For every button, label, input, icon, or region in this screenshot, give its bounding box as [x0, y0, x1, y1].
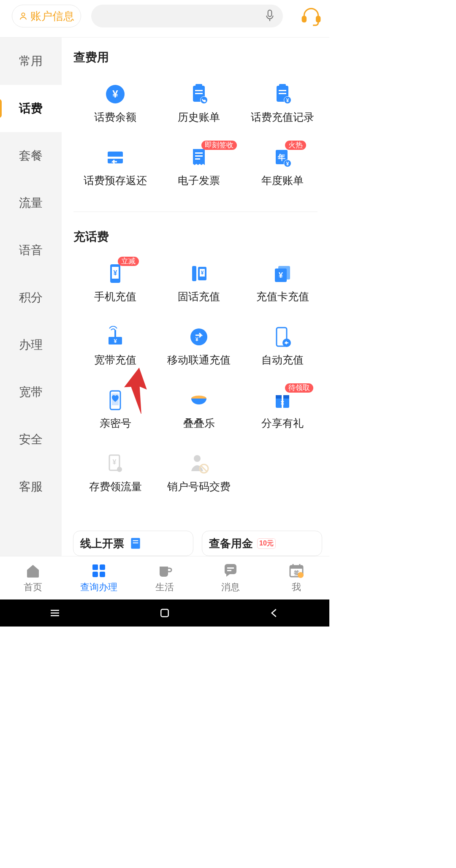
svg-text:¥: ¥ — [279, 271, 283, 279]
sidebar-item-1[interactable]: 话费 — [0, 85, 62, 132]
phone-heart-icon — [104, 389, 126, 411]
recents-button[interactable] — [49, 607, 61, 619]
grid-item[interactable]: ¥固话充值 — [157, 260, 241, 323]
svg-rect-9 — [195, 93, 203, 94]
grid-item[interactable]: 年¥火热年度账单 — [241, 144, 324, 207]
landline-icon: ¥ — [188, 263, 210, 285]
grid-item[interactable]: ¥充值卡充值 — [241, 260, 324, 323]
sidebar-item-6[interactable]: 办理 — [0, 321, 62, 369]
grid-item[interactable]: ¥话费充值记录 — [241, 81, 324, 144]
search-input[interactable] — [91, 5, 283, 27]
grid: ¥立减手机充值¥固话充值¥充值卡充值¥宽带充值¥移动联通充值自动充值亲密号叠叠乐… — [73, 260, 329, 513]
svg-rect-14 — [279, 90, 286, 91]
sidebar-item-8[interactable]: 安全 — [0, 416, 62, 463]
grid-item[interactable]: 话费预存返还 — [73, 144, 157, 207]
badge: 待领取 — [285, 383, 313, 393]
badge: 即刻签收 — [201, 141, 237, 150]
sidebar-item-3[interactable]: 流量 — [0, 179, 62, 227]
svg-text:¥: ¥ — [114, 269, 117, 277]
grid-item-label: 叠叠乐 — [183, 416, 215, 430]
svg-rect-59 — [133, 542, 138, 543]
promo-reserve[interactable]: 查备用金 10元 — [202, 531, 322, 556]
tab-cup[interactable]: 生活 — [132, 556, 198, 599]
svg-rect-2 — [302, 16, 306, 22]
sidebar-item-0[interactable]: 常用 — [0, 38, 62, 85]
grid-item[interactable]: 历史账单 — [157, 81, 241, 144]
tab-home[interactable]: 首页 — [0, 556, 66, 599]
mic-icon[interactable] — [264, 9, 275, 23]
badge: 立减 — [118, 257, 139, 266]
grid-item[interactable]: ¥存费领流量 — [73, 450, 157, 513]
tab-cal[interactable]: 签我 — [263, 556, 329, 599]
svg-rect-62 — [92, 572, 98, 577]
promo-invoice[interactable]: 线上开票 — [73, 531, 193, 556]
customer-service-icon[interactable] — [301, 5, 322, 26]
tab-bar: 首页查询办理生活消息签我 — [0, 556, 329, 599]
sidebar-item-2[interactable]: 套餐 — [0, 132, 62, 179]
home-button[interactable] — [158, 607, 171, 619]
receipt-icon: 即刻签收 — [188, 146, 210, 168]
sidebar-item-7[interactable]: 宽带 — [0, 369, 62, 416]
section-title: 充话费 — [73, 229, 329, 245]
svg-text:¥: ¥ — [113, 458, 117, 466]
grid-item[interactable]: 自动充值 — [241, 323, 324, 387]
tab-label: 查询办理 — [80, 581, 117, 594]
sidebar-item-4[interactable]: 语音 — [0, 227, 62, 274]
svg-text:¥: ¥ — [114, 338, 117, 344]
sidebar-item-9[interactable]: 客服 — [0, 463, 62, 510]
yen-water-icon: ¥ — [104, 453, 126, 475]
gift-yen-icon: ¥待领取 — [271, 389, 293, 411]
person-block-icon — [188, 453, 210, 475]
content: 查费用¥话费余额历史账单¥话费充值记录话费预存返还即刻签收电子发票年¥火热年度账… — [62, 38, 329, 556]
svg-rect-58 — [133, 540, 138, 541]
tab-label: 生活 — [155, 581, 174, 594]
account-info-button[interactable]: 账户信息 — [12, 5, 81, 27]
grid-item-label: 话费充值记录 — [251, 110, 314, 124]
svg-rect-13 — [279, 84, 286, 87]
invoice-icon — [128, 536, 143, 551]
svg-rect-67 — [290, 566, 303, 569]
grid-item-label: 电子发票 — [178, 174, 220, 187]
system-nav — [0, 599, 329, 627]
tab-grid[interactable]: 查询办理 — [66, 556, 132, 599]
grid-item[interactable]: ¥话费余额 — [73, 81, 157, 144]
card-return-icon — [104, 146, 126, 168]
grid: ¥话费余额历史账单¥话费充值记录话费预存返还即刻签收电子发票年¥火热年度账单 — [73, 81, 329, 207]
account-info-label: 账户信息 — [30, 9, 74, 24]
back-button[interactable] — [268, 607, 281, 619]
grid-item[interactable]: ¥移动联通充值 — [157, 323, 241, 387]
grid-item[interactable]: 亲密号 — [73, 387, 157, 450]
topbar: 账户信息 — [0, 0, 329, 37]
grid-item[interactable]: 即刻签收电子发票 — [157, 144, 241, 207]
svg-rect-32 — [192, 266, 196, 281]
svg-text:¥: ¥ — [201, 270, 204, 276]
divider — [73, 212, 318, 212]
svg-rect-7 — [195, 84, 202, 87]
promo-row: 线上开票 查备用金 10元 — [73, 531, 322, 556]
grid-item[interactable]: 销户号码交费 — [157, 450, 241, 513]
tab-chat[interactable]: 消息 — [198, 556, 263, 599]
grid-item-label: 话费预存返还 — [84, 174, 147, 187]
sidebar-item-5[interactable]: 积分 — [0, 274, 62, 321]
tab-label: 我 — [292, 581, 301, 594]
svg-text:¥: ¥ — [286, 161, 289, 167]
svg-rect-1 — [268, 10, 272, 16]
grid-item[interactable]: ¥待领取分享有礼 — [241, 387, 324, 450]
svg-rect-21 — [195, 152, 203, 154]
grid-item-label: 移动联通充值 — [167, 353, 231, 367]
grid-item-label: 销户号码交费 — [167, 480, 231, 494]
grid-item-label: 话费余额 — [94, 110, 136, 124]
grid-item[interactable]: ¥宽带充值 — [73, 323, 157, 387]
grid-item-label: 亲密号 — [100, 416, 131, 430]
svg-rect-23 — [195, 158, 200, 160]
grid-item-label: 分享有礼 — [261, 416, 304, 430]
grid-item-label: 固话充值 — [178, 290, 220, 304]
svg-rect-22 — [195, 155, 203, 157]
svg-rect-65 — [227, 570, 231, 571]
grid-item-label: 自动充值 — [261, 353, 304, 367]
grid-item[interactable]: 叠叠乐 — [157, 387, 241, 450]
promo-title: 线上开票 — [80, 536, 124, 551]
svg-rect-8 — [195, 90, 203, 91]
grid-item[interactable]: ¥立减手机充值 — [73, 260, 157, 323]
router-yen-icon: ¥ — [104, 326, 126, 348]
